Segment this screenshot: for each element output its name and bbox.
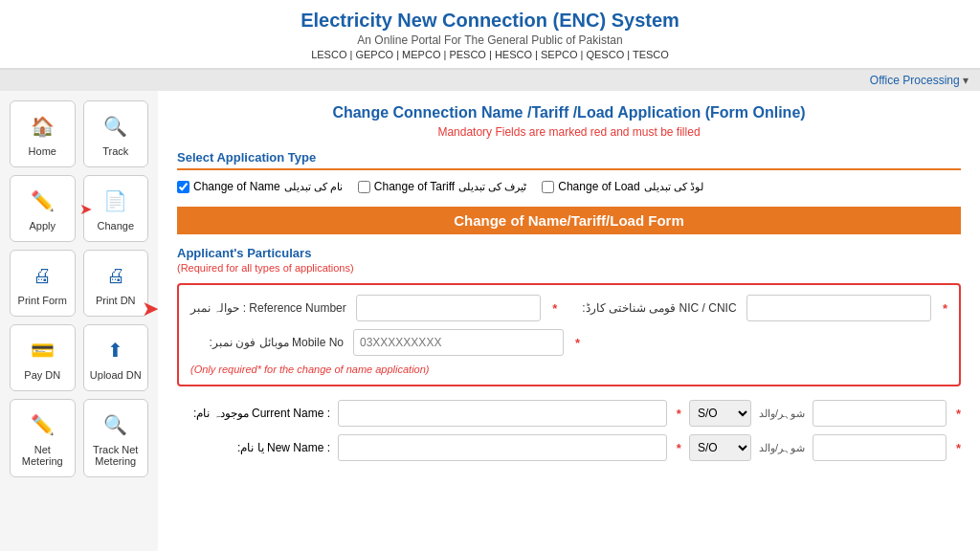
nic-label: :قومی شناختی کارڈ NIC / CNIC	[582, 301, 736, 315]
sidebar-item-print-dn[interactable]: 🖨 Print DN	[83, 250, 149, 317]
new-name-row: :یا نام New Name : * S/O D/O W/O شوہر/وا…	[177, 434, 961, 461]
change-load-urdu: لوڈ کی تبدیلی	[644, 181, 703, 193]
change-tariff-option[interactable]: Change of Tariff ٹیرف کی تبدیلی	[358, 180, 526, 193]
new-relation-urdu: شوہر/والد	[759, 442, 805, 454]
change-icon: 📄	[100, 186, 131, 216]
current-name-english: Current Name :	[252, 407, 330, 420]
current-name-urdu: :موجودہ نام	[193, 407, 249, 420]
sidebar-item-home[interactable]: 🏠 Home	[10, 100, 76, 167]
sidebar-label-print-dn: Print DN	[96, 295, 136, 306]
change-load-option[interactable]: Change of Load لوڈ کی تبدیلی	[542, 180, 703, 193]
ref-nic-row: حوالہ نمبر : Reference Number * :قومی شن…	[190, 295, 947, 321]
ref-required: *	[552, 301, 557, 316]
particulars-sub: (Required for all types of applications)	[177, 262, 961, 274]
particulars-title: Applicant's Particulars	[177, 246, 961, 260]
sidebar-item-print-form[interactable]: 🖨 Print Form	[10, 250, 76, 317]
apply-icon: ✏️	[27, 186, 57, 216]
change-load-label: Change of Load	[558, 180, 639, 193]
sidebar-label-track: Track	[102, 145, 128, 157]
sidebar: 🏠 Home 🔍 Track ✏️ Apply 📄 Change 🖨 Print…	[0, 91, 158, 551]
current-relation-urdu: شوہر/والد	[759, 408, 805, 420]
change-name-urdu: نام کی تبدیلی	[284, 181, 343, 193]
mobile-label: :موبائل فون نمبر Mobile No	[190, 336, 344, 349]
mobile-input[interactable]	[353, 329, 564, 356]
sidebar-label-upload-dn: Upload DN	[90, 369, 142, 381]
track-net-metering-icon: 🔍	[100, 409, 131, 440]
new-name-english: New Name :	[267, 441, 330, 454]
nic-input[interactable]	[746, 295, 931, 321]
sidebar-item-change[interactable]: 📄 Change	[83, 175, 149, 242]
reference-number-input[interactable]	[356, 295, 541, 321]
upload-dn-icon: ⬆	[100, 335, 131, 365]
new-name-label: :یا نام New Name :	[177, 441, 330, 454]
sidebar-label-print-form: Print Form	[18, 295, 67, 306]
current-name-row: :موجودہ نام Current Name : * S/O D/O W/O…	[177, 400, 961, 427]
sidebar-label-apply: Apply	[29, 220, 56, 231]
current-name-required: *	[677, 407, 681, 421]
new-relation-input[interactable]	[813, 434, 947, 461]
nic-urdu: :قومی شناختی کارڈ	[582, 301, 676, 315]
required-fields-box: حوالہ نمبر : Reference Number * :قومی شن…	[177, 283, 961, 386]
sidebar-label-net-metering: Net Metering	[16, 444, 69, 467]
net-metering-icon: ✏️	[27, 409, 57, 440]
change-name-label: Change of Name	[193, 180, 280, 193]
sidebar-item-track[interactable]: 🔍 Track	[83, 100, 149, 167]
mobile-urdu: :موبائل فون نمبر	[210, 336, 289, 349]
home-icon: 🏠	[27, 111, 57, 142]
current-name-label: :موجودہ نام Current Name :	[177, 407, 330, 420]
print-form-icon: 🖨	[27, 260, 57, 291]
change-tariff-checkbox[interactable]	[358, 181, 370, 193]
change-tariff-label: Change of Tariff	[374, 180, 455, 193]
pay-dn-icon: 💳	[27, 335, 57, 365]
change-name-checkbox[interactable]	[177, 181, 189, 193]
mandatory-note: Mandatory Fields are marked red and must…	[177, 125, 961, 139]
sidebar-label-track-net-metering: Track Net Metering	[90, 444, 143, 467]
new-name-urdu: :یا نام	[237, 441, 264, 454]
mobile-note: (Only required* for the change of name a…	[190, 364, 947, 375]
sidebar-item-pay-dn[interactable]: 💳 Pay DN	[10, 324, 76, 391]
current-relation-required: *	[956, 407, 961, 421]
new-name-input[interactable]	[338, 434, 667, 461]
change-name-option[interactable]: Change of Name نام کی تبدیلی	[177, 180, 343, 193]
ref-label: حوالہ نمبر : Reference Number	[190, 301, 346, 315]
app-title: Electricity New Connection (ENC) System	[0, 10, 980, 32]
print-dn-icon: 🖨	[100, 260, 131, 291]
new-relation-required: *	[956, 441, 961, 455]
track-icon: 🔍	[100, 111, 131, 142]
form-title: Change Connection Name /Tariff /Load App…	[177, 104, 961, 121]
mobile-row: :موبائل فون نمبر Mobile No *	[190, 329, 947, 356]
ref-urdu: حوالہ نمبر :	[190, 301, 246, 315]
form-section-heading: Change of Name/Tariff/Load Form	[177, 207, 961, 234]
main-content: Change Connection Name /Tariff /Load App…	[158, 91, 980, 551]
office-processing-label[interactable]: Office Processing	[870, 74, 960, 87]
sub-title-1: An Online Portal For The General Public …	[0, 33, 980, 47]
sub-title-2: LESCO | GEPCO | MEPCO | PESCO | HESCO | …	[0, 49, 980, 60]
mobile-required: *	[575, 336, 580, 350]
app-type-row: Change of Name نام کی تبدیلی Change of T…	[177, 180, 961, 193]
nic-required: *	[943, 301, 947, 316]
change-load-checkbox[interactable]	[542, 181, 554, 193]
app-type-section-title: Select Application Type	[177, 150, 961, 170]
new-name-required: *	[677, 441, 681, 455]
arrow-pointer: ➤	[142, 297, 159, 321]
change-tariff-urdu: ٹیرف کی تبدیلی	[458, 181, 526, 193]
sidebar-label-home: Home	[29, 145, 56, 157]
current-name-input[interactable]	[338, 400, 667, 427]
current-relation-input[interactable]	[813, 400, 947, 427]
new-so-select[interactable]: S/O D/O W/O	[689, 434, 751, 461]
top-bar: Office Processing ▾	[0, 70, 980, 91]
sidebar-item-track-net-metering[interactable]: 🔍 Track Net Metering	[83, 399, 149, 477]
nic-english: NIC / CNIC	[679, 301, 737, 315]
current-so-select[interactable]: S/O D/O W/O	[689, 400, 751, 427]
sidebar-item-upload-dn[interactable]: ⬆ Upload DN	[83, 324, 149, 391]
ref-english: Reference Number	[249, 301, 345, 315]
mobile-english: Mobile No	[292, 336, 344, 349]
header: Electricity New Connection (ENC) System …	[0, 0, 980, 91]
sidebar-item-net-metering[interactable]: ✏️ Net Metering	[10, 399, 76, 477]
sidebar-label-pay-dn: Pay DN	[24, 369, 60, 381]
sidebar-label-change: Change	[97, 220, 134, 231]
sidebar-item-apply[interactable]: ✏️ Apply	[10, 175, 76, 242]
